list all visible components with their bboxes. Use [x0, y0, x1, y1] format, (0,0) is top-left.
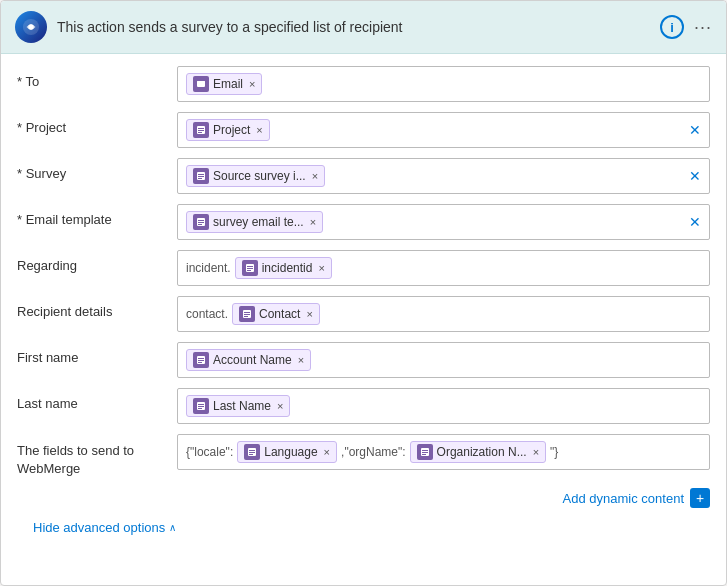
recipient-field[interactable]: contact. Contact ×: [177, 296, 710, 332]
svg-rect-21: [244, 314, 250, 315]
last-name-chip-label: Last Name: [213, 399, 271, 413]
svg-rect-34: [249, 454, 253, 455]
svg-rect-25: [198, 360, 204, 361]
svg-rect-18: [247, 270, 251, 271]
last-name-label: Last name: [17, 388, 177, 411]
last-name-field[interactable]: Last Name ×: [177, 388, 710, 424]
svg-rect-24: [198, 358, 204, 359]
info-icon[interactable]: i: [660, 15, 684, 39]
survey-field[interactable]: Source survey i... × ✕: [177, 158, 710, 194]
svg-rect-33: [249, 452, 255, 453]
svg-rect-4: [198, 128, 204, 129]
svg-rect-38: [422, 454, 426, 455]
project-chip: Project ×: [186, 119, 270, 141]
webmerge-suffix: "}: [550, 445, 558, 459]
regarding-chip-icon: [242, 260, 258, 276]
svg-rect-20: [244, 312, 250, 313]
svg-rect-14: [198, 224, 202, 225]
regarding-label: Regarding: [17, 250, 177, 273]
email-template-chip-remove[interactable]: ×: [310, 216, 316, 228]
first-name-row: First name Account Name ×: [17, 342, 710, 378]
first-name-chip-remove[interactable]: ×: [298, 354, 304, 366]
recipient-prefix: contact.: [186, 307, 228, 321]
to-row: * To Email ×: [17, 66, 710, 102]
first-name-chip-icon: [193, 352, 209, 368]
svg-rect-36: [422, 450, 428, 451]
project-label: * Project: [17, 112, 177, 135]
last-name-chip-remove[interactable]: ×: [277, 400, 283, 412]
svg-rect-26: [198, 362, 202, 363]
first-name-field[interactable]: Account Name ×: [177, 342, 710, 378]
webmerge-chip2-remove[interactable]: ×: [533, 446, 539, 458]
to-field[interactable]: Email ×: [177, 66, 710, 102]
webmerge-chip1-label: Language: [264, 445, 317, 459]
webmerge-field[interactable]: {"locale": Language × ,"orgName": Organi…: [177, 434, 710, 470]
webmerge-label: The fields to send to WebMerge: [17, 434, 177, 478]
more-options-icon[interactable]: ···: [694, 17, 712, 38]
regarding-chip-remove[interactable]: ×: [318, 262, 324, 274]
project-row: * Project Project × ✕: [17, 112, 710, 148]
regarding-prefix: incident.: [186, 261, 231, 275]
svg-rect-30: [198, 408, 202, 409]
add-dynamic-label[interactable]: Add dynamic content: [563, 491, 684, 506]
first-name-chip-label: Account Name: [213, 353, 292, 367]
email-template-row: * Email template survey email te... × ✕: [17, 204, 710, 240]
project-field[interactable]: Project × ✕: [177, 112, 710, 148]
svg-rect-12: [198, 220, 204, 221]
recipient-chip-remove[interactable]: ×: [306, 308, 312, 320]
svg-rect-28: [198, 404, 204, 405]
svg-rect-9: [198, 176, 204, 177]
to-chip-label: Email: [213, 77, 243, 91]
webmerge-chip2-icon: [417, 444, 433, 460]
first-name-label: First name: [17, 342, 177, 365]
email-template-field-clear[interactable]: ✕: [689, 214, 701, 230]
survey-chip: Source survey i... ×: [186, 165, 325, 187]
survey-field-clear[interactable]: ✕: [689, 168, 701, 184]
project-chip-icon: [193, 122, 209, 138]
recipient-chip: Contact ×: [232, 303, 320, 325]
webmerge-row: The fields to send to WebMerge {"locale"…: [17, 434, 710, 478]
svg-point-1: [28, 24, 33, 29]
hide-advanced-bar[interactable]: Hide advanced options ∧: [17, 520, 710, 535]
hide-advanced-label: Hide advanced options: [33, 520, 165, 535]
action-card: This action sends a survey to a specifie…: [0, 0, 727, 586]
card-body: * To Email × * Project Project: [1, 54, 726, 547]
header-title: This action sends a survey to a specifie…: [57, 19, 650, 35]
last-name-chip: Last Name ×: [186, 395, 290, 417]
to-chip-remove[interactable]: ×: [249, 78, 255, 90]
survey-row: * Survey Source survey i... × ✕: [17, 158, 710, 194]
svg-rect-6: [198, 132, 202, 133]
email-template-field[interactable]: survey email te... × ✕: [177, 204, 710, 240]
survey-chip-label: Source survey i...: [213, 169, 306, 183]
add-dynamic-button[interactable]: +: [690, 488, 710, 508]
email-template-chip-label: survey email te...: [213, 215, 304, 229]
email-template-chip-icon: [193, 214, 209, 230]
svg-rect-8: [198, 174, 204, 175]
survey-label: * Survey: [17, 158, 177, 181]
project-chip-remove[interactable]: ×: [256, 124, 262, 136]
recipient-chip-label: Contact: [259, 307, 300, 321]
add-dynamic-bar: Add dynamic content +: [17, 488, 710, 508]
webmerge-between: ,"orgName":: [341, 445, 406, 459]
svg-rect-16: [247, 266, 253, 267]
to-chip: Email ×: [186, 73, 262, 95]
regarding-field[interactable]: incident. incidentid ×: [177, 250, 710, 286]
recipient-row: Recipient details contact. Contact ×: [17, 296, 710, 332]
survey-chip-remove[interactable]: ×: [312, 170, 318, 182]
svg-rect-22: [244, 316, 248, 317]
header-icons: i ···: [660, 15, 712, 39]
first-name-chip: Account Name ×: [186, 349, 311, 371]
svg-rect-29: [198, 406, 204, 407]
regarding-chip-label: incidentid: [262, 261, 313, 275]
regarding-row: Regarding incident. incidentid ×: [17, 250, 710, 286]
webmerge-chip2: Organization N... ×: [410, 441, 546, 463]
webmerge-chip1-remove[interactable]: ×: [324, 446, 330, 458]
svg-rect-37: [422, 452, 428, 453]
last-name-chip-icon: [193, 398, 209, 414]
svg-rect-32: [249, 450, 255, 451]
webmerge-chip1-icon: [244, 444, 260, 460]
survey-chip-icon: [193, 168, 209, 184]
webmerge-chip1: Language ×: [237, 441, 337, 463]
project-field-clear[interactable]: ✕: [689, 122, 701, 138]
email-template-label: * Email template: [17, 204, 177, 227]
